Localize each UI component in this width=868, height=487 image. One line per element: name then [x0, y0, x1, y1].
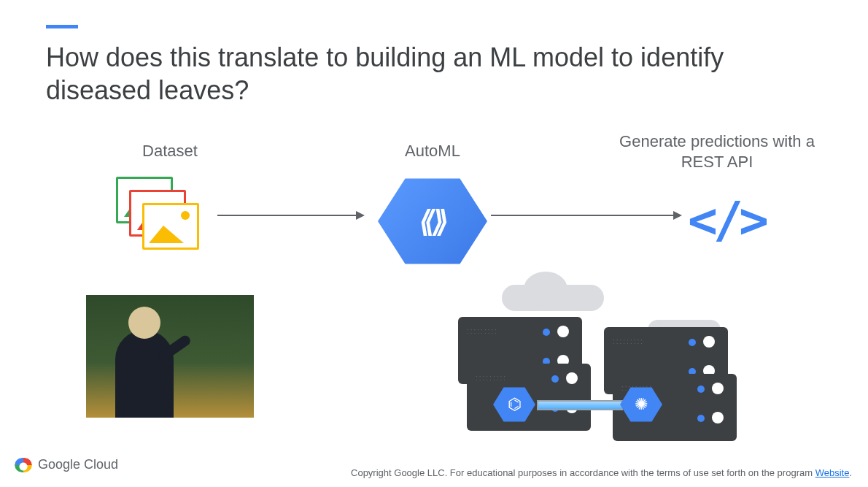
servers-illustration: ::::::::: ::::::::: ::::::::: ::::::::: … — [458, 285, 743, 423]
forest-photo-illustration — [86, 295, 254, 418]
automl-label: AutoML — [374, 142, 491, 161]
cloud-icon — [502, 285, 604, 311]
automl-hexagon-icon: ⟪⟫ — [378, 174, 487, 269]
data-pipe-icon — [537, 400, 623, 410]
arrow-automl-to-api-icon — [491, 215, 681, 216]
dataset-images-icon — [116, 177, 218, 264]
copyright-suffix: . — [849, 467, 852, 478]
website-link[interactable]: Website — [815, 467, 850, 478]
slide-title: How does this translate to building an M… — [46, 41, 775, 107]
google-cloud-logo: Google Cloud — [15, 457, 118, 472]
arrow-dataset-to-automl-icon — [217, 215, 363, 216]
dataset-label: Dataset — [104, 142, 236, 161]
flow-diagram: Dataset AutoML Generate predictions with… — [46, 131, 819, 292]
copyright-prefix: Copyright Google LLC. For educational pu… — [351, 467, 815, 478]
code-brackets-icon: </> — [688, 191, 764, 249]
cloud-logo-icon — [15, 458, 32, 472]
api-label: Generate predictions with a REST API — [600, 131, 834, 172]
accent-bar — [46, 25, 78, 28]
brand-text: Google Cloud — [38, 457, 118, 472]
image-card-yellow-icon — [142, 203, 199, 250]
copyright-text: Copyright Google LLC. For educational pu… — [351, 467, 852, 478]
